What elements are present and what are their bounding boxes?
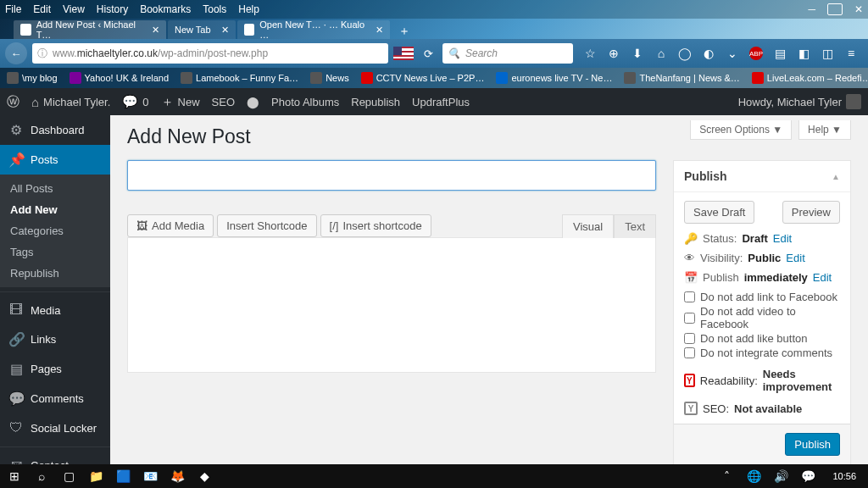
bookmark-item[interactable]: News: [310, 72, 349, 84]
sidebar-sub-add-new[interactable]: Add New: [0, 199, 110, 220]
menu-help[interactable]: Help: [238, 3, 259, 15]
bookmark-item[interactable]: LiveLeak.com – Redefi…: [752, 72, 868, 84]
sidebar-item-pages[interactable]: ▤Pages: [0, 354, 110, 384]
sidebar-item-media[interactable]: 🎞Media: [0, 296, 110, 324]
insert-shortcode-button[interactable]: Insert Shortcode: [217, 214, 316, 237]
back-button[interactable]: ←: [5, 42, 27, 64]
comments-link[interactable]: 💬0: [122, 94, 148, 109]
taskview-icon[interactable]: ▢: [59, 469, 78, 483]
menu-bookmarks[interactable]: Bookmarks: [140, 3, 191, 15]
edit-schedule-link[interactable]: Edit: [813, 271, 832, 284]
bookmark-item[interactable]: \my blog: [7, 72, 58, 84]
menu-tools[interactable]: Tools: [203, 3, 226, 15]
notif-icon[interactable]: 💬: [798, 469, 817, 483]
volume-icon[interactable]: 🔊: [771, 469, 790, 483]
bookmark-item[interactable]: euronews live TV - Ne…: [496, 72, 612, 84]
tray-up-icon[interactable]: ˄: [717, 469, 736, 483]
edit-status-link[interactable]: Edit: [773, 232, 792, 245]
help-button[interactable]: Help ▼: [798, 120, 851, 140]
bookmark-icon: [70, 72, 81, 84]
bookmark-item[interactable]: CCTV News Live – P2P…: [361, 72, 485, 84]
sidebar-sub-all-posts[interactable]: All Posts: [0, 178, 110, 199]
tab-visual[interactable]: Visual: [562, 214, 614, 238]
window-minimize-icon[interactable]: ─: [808, 3, 815, 15]
sidebar-item-contact[interactable]: ✉Contact: [0, 451, 110, 464]
site-link[interactable]: ⌂Michael Tyler.: [31, 95, 110, 109]
edit-visibility-link[interactable]: Edit: [786, 252, 804, 264]
search-field[interactable]: 🔍Search: [442, 43, 573, 64]
sidebar-item-posts[interactable]: 📌Posts: [0, 145, 110, 175]
menu-edit[interactable]: Edit: [33, 3, 51, 15]
editor-area[interactable]: [127, 237, 656, 373]
publish-box-title[interactable]: Publish▲: [674, 161, 850, 192]
reload-button[interactable]: ⟳: [419, 44, 437, 63]
abp-icon[interactable]: ABP: [749, 47, 763, 60]
window-maximize-icon[interactable]: [827, 3, 843, 15]
hamburger-icon[interactable]: ≡: [844, 47, 858, 60]
add-tab-button[interactable]: ＋: [392, 24, 417, 39]
taskbar-clock[interactable]: 10:56: [826, 471, 863, 481]
bookmark-item[interactable]: TheNanfang | News &…: [624, 72, 739, 84]
tab-1[interactable]: Add New Post ‹ Michael T…✕: [14, 20, 166, 39]
close-icon[interactable]: ✕: [376, 25, 383, 36]
star-icon[interactable]: ☆: [583, 47, 597, 60]
pocket-icon[interactable]: ⌄: [726, 47, 739, 60]
preview-button[interactable]: Preview: [782, 201, 840, 224]
sidebar-item-dashboard[interactable]: ⚙Dashboard: [0, 115, 110, 145]
tab-text[interactable]: Text: [614, 214, 656, 238]
ab-photo[interactable]: Photo Albums: [271, 96, 339, 108]
url-field[interactable]: ⓘ www.michaeltyler.co.uk/wp-admin/post-n…: [32, 43, 388, 64]
screen-options-button[interactable]: Screen Options ▼: [690, 120, 792, 140]
ck-fb-video[interactable]: [684, 313, 695, 324]
search-icon[interactable]: ⌕: [32, 469, 51, 483]
wp-logo-icon[interactable]: ⓦ: [7, 94, 19, 110]
publish-box: Publish▲ Save Draft Preview 🔑Status: Dra…: [673, 160, 851, 464]
yoast-icon[interactable]: ⬤: [247, 96, 259, 108]
ext-icon[interactable]: ▤: [773, 47, 787, 60]
tab-3[interactable]: Open New T… · … Kualo …✕: [237, 20, 390, 39]
home-icon[interactable]: ⌂: [654, 47, 668, 60]
tab-2[interactable]: New Tab✕: [168, 20, 236, 39]
sidebar-item-comments[interactable]: 💬Comments: [0, 384, 110, 413]
seo-link[interactable]: SEO: [212, 96, 235, 108]
insert-shortcode2-button[interactable]: [/] Insert shortcode: [320, 214, 431, 237]
sidebar-sub-republish[interactable]: Republish: [0, 263, 110, 284]
sidebar-sub-categories[interactable]: Categories: [0, 220, 110, 241]
ab-republish[interactable]: Republish: [351, 96, 400, 108]
add-bookmark-icon[interactable]: ⊕: [607, 47, 620, 60]
add-media-button[interactable]: 🖼Add Media: [127, 214, 214, 237]
sidebar-sub-tags[interactable]: Tags: [0, 241, 110, 263]
chevron-up-icon[interactable]: ▲: [832, 172, 840, 181]
post-title-input[interactable]: [127, 160, 656, 191]
publish-button[interactable]: Publish: [785, 433, 840, 456]
explorer-icon[interactable]: 📁: [86, 469, 105, 483]
ab-updraft[interactable]: UpdraftPlus: [412, 96, 470, 108]
menu-history[interactable]: History: [97, 3, 128, 15]
network-icon[interactable]: 🌐: [744, 469, 763, 483]
ext3-icon[interactable]: ◫: [821, 47, 834, 60]
start-icon[interactable]: ⊞: [5, 469, 24, 483]
ck-comments[interactable]: [684, 347, 695, 358]
ck-like[interactable]: [684, 333, 695, 344]
window-close-icon[interactable]: ✕: [854, 3, 863, 15]
carousel-icon[interactable]: ◐: [702, 47, 715, 60]
close-icon[interactable]: ✕: [221, 25, 229, 36]
menu-view[interactable]: View: [63, 3, 85, 15]
new-link[interactable]: ＋New: [161, 94, 200, 110]
close-icon[interactable]: ✕: [152, 25, 159, 36]
save-draft-button[interactable]: Save Draft: [684, 201, 754, 224]
app1-icon[interactable]: 🟦: [114, 469, 132, 483]
outlook-icon[interactable]: 📧: [141, 469, 159, 483]
download-icon[interactable]: ⬇: [631, 47, 644, 60]
menu-file[interactable]: File: [5, 3, 21, 15]
howdy-link[interactable]: Howdy, Michael Tyler: [738, 94, 861, 109]
ck-fb-link[interactable]: [684, 291, 695, 302]
sidebar-item-social-locker[interactable]: 🛡Social Locker: [0, 413, 110, 442]
app3-icon[interactable]: ◆: [195, 469, 214, 483]
location-icon[interactable]: ◯: [678, 47, 692, 60]
bookmark-item[interactable]: Lamebook – Funny Fa…: [181, 72, 298, 84]
ext2-icon[interactable]: ◧: [797, 47, 810, 60]
bookmark-item[interactable]: Yahoo! UK & Ireland: [70, 72, 169, 84]
firefox-icon[interactable]: 🦊: [168, 469, 186, 483]
sidebar-item-links[interactable]: 🔗Links: [0, 324, 110, 354]
